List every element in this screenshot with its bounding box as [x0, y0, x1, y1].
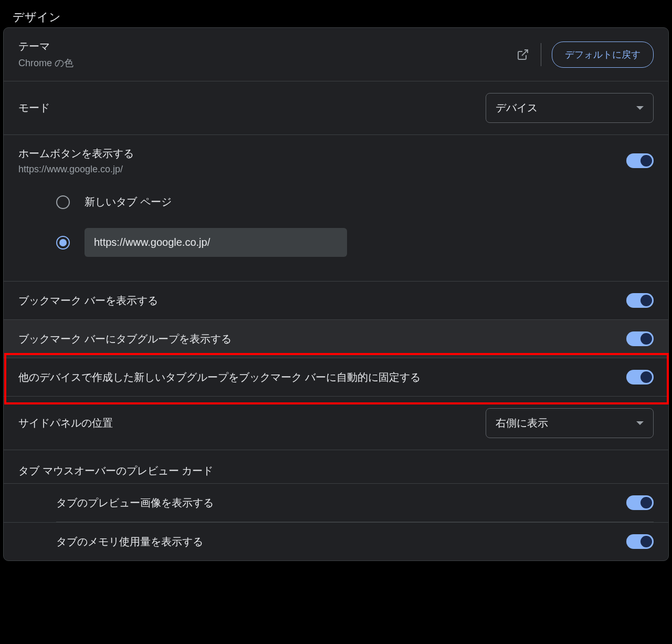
mode-select[interactable]: デバイス — [486, 93, 654, 123]
theme-sublabel: Chrome の色 — [18, 57, 74, 69]
tab-preview-image-toggle[interactable] — [626, 495, 654, 510]
tab-groups-bookmark-bar-label: ブックマーク バーにタブグループを表示する — [18, 332, 232, 346]
home-button-options: 新しいタブ ページ — [4, 180, 668, 282]
radio-new-tab-row: 新しいタブ ページ — [56, 185, 654, 219]
bookmark-bar-row: ブックマーク バーを表示する — [4, 282, 668, 320]
radio-new-tab-label: 新しいタブ ページ — [85, 195, 172, 209]
side-panel-select[interactable]: 右側に表示 — [486, 408, 654, 438]
tab-preview-image-label: タブのプレビュー画像を表示する — [56, 496, 214, 510]
settings-panel: テーマ Chrome の色 デフォルトに戻す モード デバイス — [3, 27, 669, 561]
tab-memory-usage-row: タブのメモリ使用量を表示する — [4, 522, 668, 560]
tab-groups-bookmark-bar-toggle[interactable] — [626, 331, 654, 346]
theme-row: テーマ Chrome の色 デフォルトに戻す — [4, 28, 668, 81]
divider — [541, 43, 541, 66]
home-button-row: ホームボタンを表示する https://www.google.co.jp/ — [4, 135, 668, 180]
home-button-label: ホームボタンを表示する — [18, 147, 134, 161]
radio-new-tab[interactable] — [56, 195, 70, 209]
svg-line-0 — [522, 50, 528, 56]
home-button-toggle[interactable] — [626, 153, 654, 168]
section-title: デザイン — [3, 3, 669, 27]
bookmark-bar-toggle[interactable] — [626, 293, 654, 308]
mode-label: モード — [18, 101, 50, 115]
tab-hover-title: タブ マウスオーバーのプレビュー カード — [4, 450, 668, 483]
reset-default-button[interactable]: デフォルトに戻す — [552, 41, 654, 68]
tab-memory-usage-label: タブのメモリ使用量を表示する — [56, 535, 203, 549]
chevron-down-icon — [636, 106, 644, 110]
side-panel-row: サイドパネルの位置 右側に表示 — [4, 397, 668, 450]
mode-row: モード デバイス — [4, 81, 668, 135]
bookmark-bar-label: ブックマーク バーを表示する — [18, 294, 158, 308]
tab-memory-usage-toggle[interactable] — [626, 534, 654, 549]
tab-preview-image-row: タブのプレビュー画像を表示する — [4, 483, 668, 522]
auto-pin-tab-groups-toggle[interactable] — [626, 370, 654, 385]
home-url-input[interactable] — [85, 228, 347, 257]
home-button-sublabel: https://www.google.co.jp/ — [18, 164, 134, 175]
radio-custom-url[interactable] — [56, 236, 70, 250]
tab-groups-bookmark-bar-row: ブックマーク バーにタブグループを表示する — [4, 320, 668, 358]
chevron-down-icon — [636, 421, 644, 425]
auto-pin-tab-groups-label: 他のデバイスで作成した新しいタブグループをブックマーク バーに自動的に固定する — [18, 370, 421, 385]
side-panel-select-value: 右側に表示 — [496, 416, 548, 430]
radio-custom-url-row — [56, 219, 654, 266]
open-external-icon[interactable] — [516, 47, 530, 62]
mode-select-value: デバイス — [496, 101, 538, 115]
theme-label: テーマ — [18, 39, 74, 54]
auto-pin-tab-groups-row: 他のデバイスで作成した新しいタブグループをブックマーク バーに自動的に固定する — [4, 358, 668, 397]
side-panel-label: サイドパネルの位置 — [18, 416, 113, 430]
